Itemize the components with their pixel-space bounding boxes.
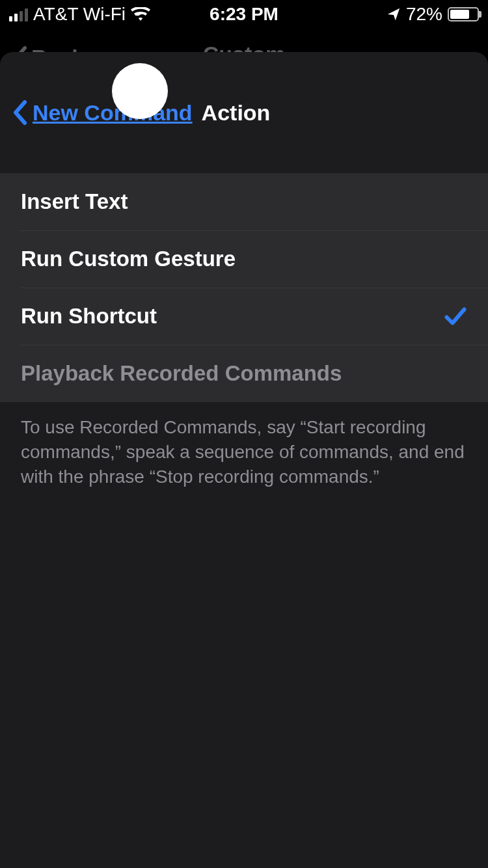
back-button[interactable]: New Command <box>12 100 193 126</box>
status-right: 72% <box>386 4 479 25</box>
row-label: Playback Recorded Commands <box>21 361 342 386</box>
status-bar: AT&T Wi-Fi 6:23 PM 72% <box>0 0 488 29</box>
action-list: Insert Text Run Custom Gesture Run Short… <box>0 173 488 402</box>
row-label: Run Shortcut <box>21 304 157 329</box>
sheet-nav: New Command Action <box>0 52 488 173</box>
chevron-left-icon <box>12 100 27 126</box>
sheet-title: Action <box>202 100 271 126</box>
action-sheet: New Command Action Insert Text Run Custo… <box>0 52 488 868</box>
row-label: Run Custom Gesture <box>21 247 236 271</box>
location-icon <box>386 7 401 21</box>
checkmark-icon <box>444 306 467 327</box>
status-left: AT&T Wi-Fi <box>9 4 150 25</box>
footer-hint: To use Recorded Commands, say “Start rec… <box>0 402 488 502</box>
action-playback-recorded: Playback Recorded Commands <box>0 345 488 402</box>
wifi-icon <box>131 7 150 21</box>
battery-icon <box>448 7 479 21</box>
carrier-label: AT&T Wi-Fi <box>33 4 126 25</box>
assistive-touch-cursor[interactable] <box>112 63 168 119</box>
battery-fill <box>450 10 469 19</box>
action-run-custom-gesture[interactable]: Run Custom Gesture <box>0 230 488 288</box>
back-button-label: New Command <box>33 100 193 126</box>
status-time: 6:23 PM <box>210 4 278 25</box>
row-label: Insert Text <box>21 189 128 214</box>
battery-percent: 72% <box>406 4 442 25</box>
cell-signal-icon <box>9 7 28 21</box>
action-run-shortcut[interactable]: Run Shortcut <box>0 288 488 345</box>
action-insert-text[interactable]: Insert Text <box>0 173 488 230</box>
